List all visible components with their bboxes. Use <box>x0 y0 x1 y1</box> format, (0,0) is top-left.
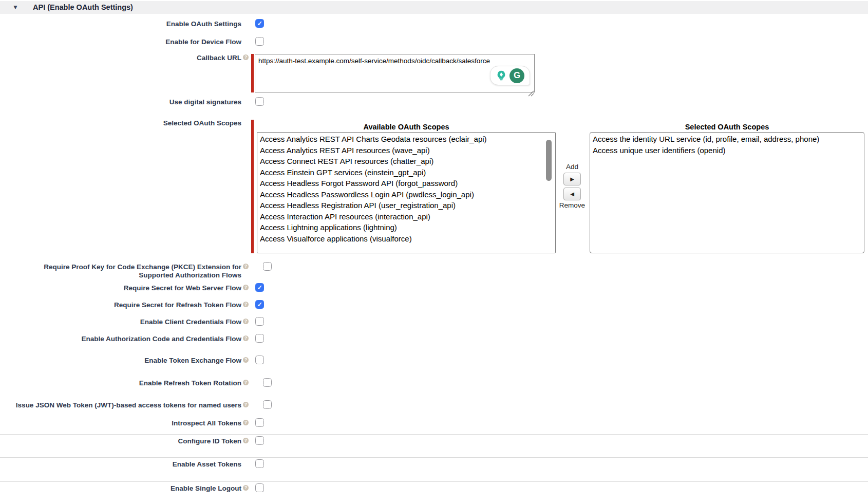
grammarly-icon[interactable]: G <box>510 68 524 83</box>
divider <box>0 434 868 435</box>
required-field-bar <box>251 120 254 253</box>
scope-option[interactable]: Access Einstein GPT services (einstein_g… <box>257 167 555 178</box>
pkce-label: Require Proof Key for Code Exchange (PKC… <box>0 262 241 279</box>
right-arrow-icon: ▶ <box>570 176 574 182</box>
remove-label: Remove <box>559 201 585 210</box>
help-icon[interactable]: ? <box>243 319 249 324</box>
divider <box>0 481 868 482</box>
asset-tokens-checkbox[interactable] <box>255 459 264 468</box>
scope-option[interactable]: Access Analytics REST API Charts Geodata… <box>257 134 555 145</box>
callback-url-field-wrap: https://auth-test.example.com/self-servi… <box>255 54 535 92</box>
scope-option[interactable]: Access Interaction API resources (intera… <box>257 211 555 222</box>
device-flow-label: Enable for Device Flow <box>0 37 241 46</box>
divider <box>0 457 868 458</box>
auth-code-credentials-label: Enable Authorization Code and Credential… <box>0 334 241 343</box>
pkce-checkbox[interactable] <box>263 262 272 271</box>
device-flow-checkbox[interactable] <box>255 37 264 46</box>
help-icon[interactable]: ? <box>243 438 249 443</box>
introspect-tokens-checkbox[interactable] <box>255 418 264 427</box>
digital-signatures-label: Use digital signatures <box>0 97 241 106</box>
configure-id-token-checkbox[interactable] <box>255 436 264 445</box>
row-introspect-tokens: Introspect All Tokens ? <box>0 418 868 427</box>
refresh-rotation-checkbox[interactable] <box>263 378 272 387</box>
scopes-label: Selected OAuth Scopes <box>0 118 241 127</box>
asset-tokens-label: Enable Asset Tokens <box>0 459 241 469</box>
available-scopes-list[interactable]: Access Analytics REST API Charts Geodata… <box>257 132 556 253</box>
textarea-resize-handle[interactable] <box>527 90 534 97</box>
single-logout-checkbox[interactable] <box>255 483 264 492</box>
jwt-tokens-checkbox[interactable] <box>263 400 272 409</box>
help-icon[interactable]: ? <box>243 402 249 407</box>
row-digital-signatures: Use digital signatures <box>0 97 868 106</box>
row-token-exchange: Enable Token Exchange Flow ? <box>0 356 868 365</box>
client-credentials-checkbox[interactable] <box>255 317 264 326</box>
row-web-server-secret: Require Secret for Web Server Flow ? <box>0 283 868 292</box>
jwt-tokens-label: Issue JSON Web Token (JWT)-based access … <box>0 400 241 409</box>
required-field-bar <box>251 54 254 92</box>
row-auth-code-credentials: Enable Authorization Code and Credential… <box>0 334 868 343</box>
single-logout-label: Enable Single Logout ? <box>0 483 241 493</box>
left-arrow-icon: ◀ <box>570 191 574 197</box>
browser-extension-pill: G <box>490 66 530 85</box>
help-icon[interactable]: ? <box>243 357 249 363</box>
help-icon[interactable]: ? <box>243 54 249 60</box>
oauth-settings-section: ▼ API (Enable OAuth Settings) Enable OAu… <box>0 0 868 504</box>
enable-oauth-checkbox[interactable] <box>255 19 264 28</box>
collapse-triangle-icon[interactable]: ▼ <box>12 4 18 11</box>
refresh-rotation-label: Enable Refresh Token Rotation ? <box>0 378 241 387</box>
callback-url-label: Callback URL ? <box>0 53 241 62</box>
scope-option[interactable]: Access Headless Forgot Password API (for… <box>257 178 555 189</box>
scope-option[interactable]: Access Headless Passwordless Login API (… <box>257 189 555 200</box>
selected-scopes-header: Selected OAuth Scopes <box>590 123 864 131</box>
row-device-flow: Enable for Device Flow <box>0 37 868 46</box>
row-jwt-tokens: Issue JSON Web Token (JWT)-based access … <box>0 400 868 409</box>
help-icon[interactable]: ? <box>243 420 249 425</box>
scope-option[interactable]: Access Lightning applications (lightning… <box>257 222 555 233</box>
help-icon[interactable]: ? <box>243 380 249 385</box>
scope-option[interactable]: Access Visualforce applications (visualf… <box>257 233 555 245</box>
help-icon[interactable]: ? <box>243 485 249 491</box>
row-configure-id-token: Configure ID Token ? <box>0 436 868 445</box>
digital-signatures-checkbox[interactable] <box>255 97 264 106</box>
help-icon[interactable]: ? <box>243 264 249 269</box>
section-title: API (Enable OAuth Settings) <box>33 3 133 11</box>
enable-oauth-label: Enable OAuth Settings <box>0 19 241 28</box>
add-scope-button[interactable]: ▶ <box>563 173 581 185</box>
scope-option[interactable]: Access the identity URL service (id, pro… <box>590 134 864 145</box>
introspect-tokens-label: Introspect All Tokens ? <box>0 418 241 427</box>
scope-option[interactable]: Access Analytics REST API resources (wav… <box>257 145 555 156</box>
web-server-secret-checkbox[interactable] <box>255 283 264 292</box>
row-enable-oauth: Enable OAuth Settings <box>0 19 868 28</box>
scope-option[interactable]: Access Connect REST API resources (chatt… <box>257 156 555 167</box>
row-pkce: Require Proof Key for Code Exchange (PKC… <box>0 262 868 279</box>
help-icon[interactable]: ? <box>243 285 249 290</box>
list-scrollbar-thumb[interactable] <box>546 140 552 181</box>
section-header: ▼ API (Enable OAuth Settings) <box>0 1 868 14</box>
auth-code-credentials-checkbox[interactable] <box>255 334 264 343</box>
selected-scopes-list[interactable]: Access the identity URL service (id, pro… <box>590 132 864 253</box>
web-server-secret-label: Require Secret for Web Server Flow ? <box>0 283 241 292</box>
scope-option[interactable]: Access unique user identifiers (openid) <box>590 145 864 156</box>
refresh-secret-checkbox[interactable] <box>255 300 264 309</box>
add-label: Add <box>566 162 578 171</box>
scope-option[interactable]: Access Headless Registration API (user_r… <box>257 200 555 211</box>
configure-id-token-label: Configure ID Token ? <box>0 436 241 445</box>
remove-scope-button[interactable]: ◀ <box>563 188 581 200</box>
row-asset-tokens: Enable Asset Tokens <box>0 459 868 469</box>
help-icon[interactable]: ? <box>243 302 249 307</box>
add-remove-controls: Add ▶ ◀ Remove <box>557 162 588 210</box>
token-exchange-label: Enable Token Exchange Flow ? <box>0 356 241 365</box>
token-exchange-checkbox[interactable] <box>255 356 264 364</box>
help-icon[interactable]: ? <box>243 335 249 341</box>
row-single-logout: Enable Single Logout ? <box>0 483 868 493</box>
row-refresh-secret: Require Secret for Refresh Token Flow ? <box>0 300 868 309</box>
row-client-credentials: Enable Client Credentials Flow ? <box>0 317 868 326</box>
client-credentials-label: Enable Client Credentials Flow ? <box>0 317 241 326</box>
row-refresh-rotation: Enable Refresh Token Rotation ? <box>0 378 868 387</box>
refresh-secret-label: Require Secret for Refresh Token Flow ? <box>0 300 241 309</box>
available-scopes-header: Available OAuth Scopes <box>257 123 556 131</box>
lightbulb-icon[interactable] <box>496 70 507 81</box>
